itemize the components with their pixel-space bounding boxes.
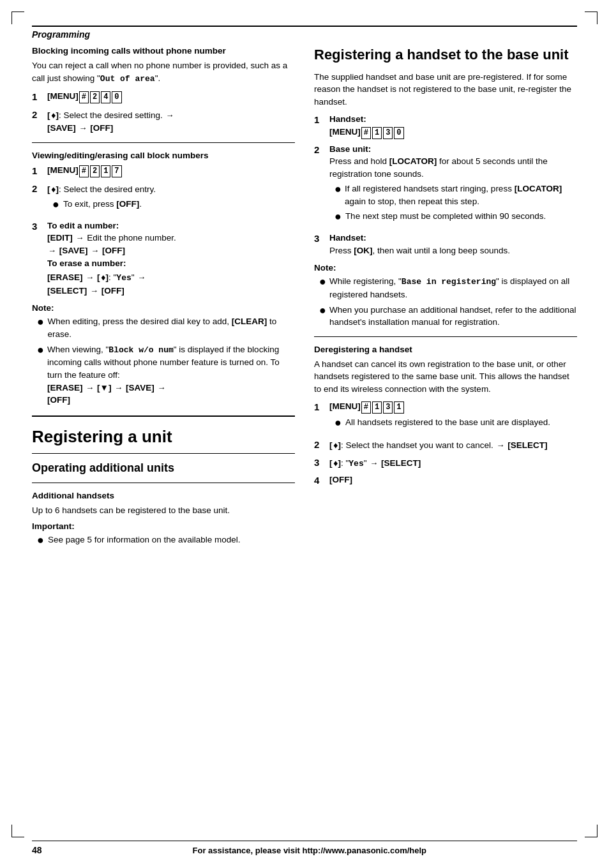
reg-step-3: 3 Handset: Press [OK], then wait until a…: [314, 232, 577, 257]
deregistering-description: A handset can cancel its own registratio…: [314, 358, 577, 396]
arrow-key-2: [⬧]: [47, 110, 59, 120]
bullet-dot-imp1: ●: [37, 534, 44, 546]
arrow-key-view2: [⬧]: [47, 184, 59, 194]
section-title: Programming: [32, 29, 577, 40]
view-bullets-2: ● To exit, press [OFF].: [52, 198, 295, 211]
important-bullet-1: ● See page 5 for information on the avai…: [37, 534, 295, 546]
handset-label-3: Handset:: [329, 233, 366, 243]
dereg-step-content-1: [MENU]#131 ● All handsets registered to …: [329, 400, 577, 433]
bullet-dot-r21: ●: [335, 183, 341, 207]
key-1-r1: 1: [372, 127, 382, 139]
reg-bullet-text-2-1: If all registered handsets start ringing…: [345, 183, 577, 207]
viewing-section: Viewing/editing/erasing call block numbe…: [32, 151, 295, 407]
additional-handsets-text: Up to 6 handsets can be registered to th…: [32, 504, 295, 517]
dereg-step-num-2: 2: [314, 438, 326, 452]
view-bullet-text-2-1: To exit, press [OFF].: [63, 198, 142, 211]
menu-key-view: [MENU]#217: [47, 165, 123, 175]
registering-unit-title: Registering a unit: [32, 427, 295, 447]
reg-note-1: ● While registering, "Base in registerin…: [319, 275, 577, 301]
reg-step-content-3: Handset: Press [OK], then wait until a l…: [329, 232, 577, 257]
note-2: ● When viewing, "Block w/o num" is displ…: [37, 343, 295, 407]
bullet-dot-n1: ●: [37, 316, 44, 340]
key-hash-r1: #: [361, 127, 371, 139]
left-column: Blocking incoming calls without phone nu…: [32, 46, 295, 551]
bullet-dot-rn1: ●: [319, 276, 326, 301]
reg-note-2: ● When you purchase an additional handse…: [319, 304, 577, 329]
step-2: 2 [⬧]: Select the desired setting. → [SA…: [32, 108, 295, 135]
note-text-2: When viewing, "Block w/o num" is display…: [47, 343, 295, 407]
key-2-1: 2: [90, 91, 100, 103]
dereg-step-4: 4 [OFF]: [314, 474, 577, 488]
registering-handset-title: Registering a handset to the base unit: [314, 46, 577, 64]
off-key-2: [OFF]: [90, 123, 113, 133]
reg-note-text-1: While registering, "Base in registering"…: [329, 275, 577, 301]
key-3-r1: 3: [383, 127, 393, 139]
dereg-step-2: 2 [⬧]: Select the handset you want to ca…: [314, 438, 577, 452]
step-content-2: [⬧]: Select the desired setting. → [SAVE…: [47, 108, 295, 135]
edit-key: [EDIT]: [47, 233, 73, 243]
viewing-notes: ● When editing, press the desired dial k…: [37, 315, 295, 407]
dereg-bullets-1: ● All handsets registered to the base un…: [335, 416, 577, 429]
header-line: [32, 26, 577, 27]
key-hash-1: #: [79, 91, 89, 103]
page-number: 48: [32, 845, 42, 855]
bullet-dot-rn2: ●: [319, 304, 326, 329]
step-num-2: 2: [32, 108, 43, 135]
important-text-1: See page 5 for information on the availa…: [48, 534, 241, 546]
note-label-reg: Note:: [314, 263, 577, 273]
dereg-step-content-2: [⬧]: Select the handset you want to canc…: [329, 438, 577, 452]
key-3-d1: 3: [383, 401, 393, 414]
divider-1: [32, 142, 295, 143]
operating-additional-title: Operating additional units: [32, 461, 295, 475]
reg-step-num-1: 1: [314, 113, 326, 138]
dereg-step-3: 3 [⬧]: "Yes" → [SELECT]: [314, 456, 577, 470]
dereg-step-content-4: [OFF]: [329, 474, 577, 488]
view-step-num-1: 1: [32, 164, 43, 178]
viewing-steps: 1 [MENU]#217 2 [⬧]: Select the desired e…: [32, 164, 295, 297]
right-column: Registering a handset to the base unit T…: [314, 46, 577, 551]
viewing-title: Viewing/editing/erasing call block numbe…: [32, 151, 295, 160]
dereg-step-num-1: 1: [314, 400, 326, 433]
reg-step-content-2: Base unit: Press and hold [LOCATOR] for …: [329, 143, 577, 228]
additional-handsets-title: Additional handsets: [32, 491, 295, 500]
view-step-2: 2 [⬧]: Select the desired entry. ● To ex…: [32, 182, 295, 216]
erase-label: To erase a number:: [47, 258, 126, 268]
key-1-v: 1: [101, 165, 110, 177]
menu-key-dereg1: [MENU]#131: [329, 401, 405, 411]
blocking-description: You can reject a call when no phone numb…: [32, 59, 295, 85]
reg-step-num-3: 3: [314, 232, 326, 257]
step-content-1: [MENU]#240: [47, 90, 295, 104]
important-label: Important:: [32, 521, 295, 531]
view-step-num-3: 3: [32, 220, 43, 297]
note-1: ● When editing, press the desired dial k…: [37, 315, 295, 340]
deregistering-title: Deregistering a handset: [314, 345, 577, 354]
reg-bullet-2-1: ● If all registered handsets start ringi…: [335, 183, 577, 207]
divider-reg: [32, 453, 295, 454]
dereg-step-1: 1 [MENU]#131 ● All handsets registered t…: [314, 400, 577, 433]
reg-handset-steps: 1 Handset: [MENU]#130 2 Base unit: Press…: [314, 113, 577, 257]
key-0-1: 0: [112, 91, 121, 103]
reg-notes: ● While registering, "Base in registerin…: [319, 275, 577, 329]
divider-additional: [32, 483, 295, 483]
reg-bullet-text-2-2: The next step must be completed within 9…: [345, 210, 546, 223]
base-unit-label: Base unit:: [329, 144, 371, 154]
blocking-section: Blocking incoming calls without phone nu…: [32, 46, 295, 135]
view-step-num-2: 2: [32, 182, 43, 216]
page: Programming Blocking incoming calls with…: [0, 0, 609, 868]
corner-mark-bl: [11, 825, 24, 837]
view-step-3: 3 To edit a number: [EDIT] → Edit the ph…: [32, 220, 295, 297]
dereg-bullet-text-1-1: All handsets registered to the base unit…: [345, 416, 550, 429]
view-step-content-3: To edit a number: [EDIT] → Edit the phon…: [47, 220, 295, 297]
divider-thick: [32, 415, 295, 417]
key-0-r1: 0: [394, 127, 403, 139]
important-bullets: ● See page 5 for information on the avai…: [37, 534, 295, 546]
dereg-step-content-3: [⬧]: "Yes" → [SELECT]: [329, 456, 577, 470]
key-2-v: 2: [90, 165, 100, 177]
key-4-1: 4: [101, 91, 110, 103]
reg-bullet-2-2: ● The next step must be completed within…: [335, 210, 577, 223]
bullet-dot-d11: ●: [335, 417, 342, 429]
corner-mark-tl: [11, 11, 24, 24]
registering-handset-description: The supplied handset and base unit are p…: [314, 71, 577, 108]
divider-dereg: [314, 336, 577, 337]
reg-step-num-2: 2: [314, 143, 326, 228]
